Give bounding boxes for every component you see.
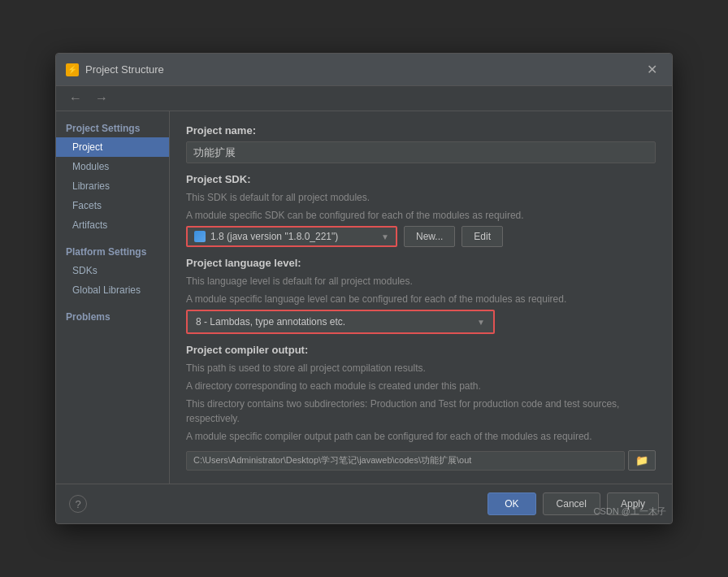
output-path-input[interactable] [186,451,625,471]
sdk-select-value: 1.8 (java version "1.8.0_221") [210,231,378,242]
project-structure-dialog: ⚡ Project Structure ✕ ← → Project Settin… [55,53,673,524]
cancel-button[interactable]: Cancel [543,492,600,515]
ok-button[interactable]: OK [488,492,535,515]
dialog-title: Project Structure [85,63,164,76]
compiler-desc1: This path is used to store all project c… [186,361,656,375]
project-sdk-label: Project SDK: [186,173,656,185]
help-button[interactable]: ? [69,495,87,513]
sdk-select[interactable]: 1.8 (java version "1.8.0_221") ▼ [186,226,397,247]
compiler-desc4: A module specific compiler output path c… [186,429,656,444]
compiler-output-label: Project compiler output: [186,344,656,356]
title-bar-left: ⚡ Project Structure [66,63,164,76]
language-desc2: A module specific language level can be … [186,292,656,306]
sdk-row: 1.8 (java version "1.8.0_221") ▼ New... … [186,226,656,247]
back-button[interactable]: ← [66,89,85,107]
forward-button[interactable]: → [92,89,111,107]
bottom-bar: ? OK Cancel Apply [56,484,672,523]
sdk-desc1: This SDK is default for all project modu… [186,190,656,205]
sidebar-item-modules[interactable]: Modules [56,157,169,176]
platform-settings-label: Platform Settings [56,241,169,261]
language-desc1: This language level is default for all p… [186,274,656,288]
sidebar-item-project[interactable]: Project [56,137,169,157]
sidebar: Project Settings Project Modules Librari… [56,111,170,484]
title-bar: ⚡ Project Structure ✕ [56,54,672,86]
watermark: CSDN @工一木子 [594,505,666,518]
sdk-desc2: A module specific SDK can be configured … [186,208,656,223]
sidebar-item-global-libraries[interactable]: Global Libraries [56,280,169,300]
sdk-java-icon [194,231,206,242]
sidebar-item-artifacts[interactable]: Artifacts [56,215,169,235]
browse-button[interactable]: 📁 [628,450,656,471]
main-panel: Project name: Project SDK: This SDK is d… [170,111,672,484]
compiler-desc2: A directory corresponding to each module… [186,379,656,393]
content-area: Project Settings Project Modules Librari… [56,111,672,484]
sidebar-item-sdks[interactable]: SDKs [56,261,169,280]
sidebar-item-facets[interactable]: Facets [56,196,169,215]
language-dropdown-arrow: ▼ [477,318,485,327]
language-select[interactable]: 8 - Lambdas, type annotations etc. ▼ [188,311,493,332]
language-level-label: Project language level: [186,257,656,269]
project-settings-label: Project Settings [56,118,169,137]
language-select-value: 8 - Lambdas, type annotations etc. [196,316,477,328]
output-path-row: 📁 [186,450,656,471]
dialog-icon: ⚡ [66,63,79,76]
compiler-section: Project compiler output: This path is us… [186,344,656,471]
sdk-dropdown-arrow: ▼ [381,232,389,241]
compiler-desc3: This directory contains two subdirectori… [186,397,656,426]
project-name-input[interactable] [186,141,656,163]
nav-bar: ← → [56,86,672,111]
sidebar-item-libraries[interactable]: Libraries [56,176,169,196]
project-name-label: Project name: [186,124,656,137]
sdk-edit-button[interactable]: Edit [462,226,503,247]
language-select-wrapper: 8 - Lambdas, type annotations etc. ▼ [186,310,495,334]
sdk-new-button[interactable]: New... [404,226,455,247]
close-button[interactable]: ✕ [642,60,662,79]
problems-label: Problems [56,306,169,326]
